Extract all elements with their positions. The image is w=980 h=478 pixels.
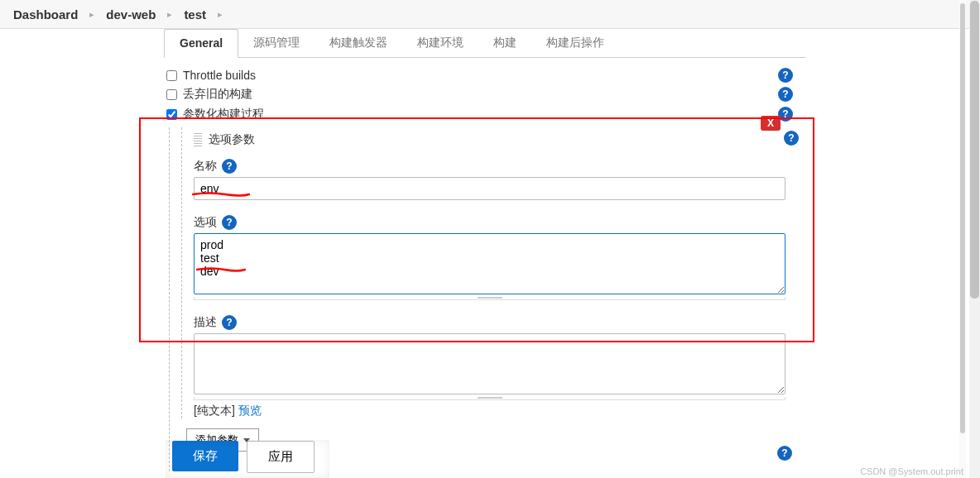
help-icon[interactable]: ? [222, 159, 237, 174]
tab-triggers[interactable]: 构建触发器 [315, 29, 402, 57]
name-label: 名称 [194, 159, 217, 174]
help-icon[interactable]: ? [222, 215, 237, 230]
breadcrumb: Dashboard ▸ dev-web ▸ test ▸ [0, 0, 980, 29]
param-type-title: 选项参数 [209, 132, 255, 147]
save-button[interactable]: 保存 [172, 441, 238, 471]
param-desc-textarea[interactable] [194, 333, 785, 394]
chevron-right-icon: ▸ [218, 9, 223, 20]
help-icon[interactable]: ? [778, 87, 793, 102]
discard-checkbox[interactable] [166, 89, 177, 100]
tab-postbuild[interactable]: 构建后操作 [531, 29, 619, 57]
param-choices-textarea[interactable] [194, 233, 785, 294]
choices-label: 选项 [194, 215, 217, 230]
plaintext-label: [纯文本] [194, 404, 238, 417]
tab-env[interactable]: 构建环境 [402, 29, 478, 57]
throttle-checkbox[interactable] [166, 70, 177, 81]
config-tabs: General 源码管理 构建触发器 构建环境 构建 构建后操作 [164, 29, 805, 58]
crumb-dashboard[interactable]: Dashboard [13, 7, 78, 22]
tab-scm[interactable]: 源码管理 [238, 29, 315, 57]
help-icon[interactable]: ? [778, 68, 793, 83]
chevron-right-icon: ▸ [167, 9, 172, 20]
discard-label[interactable]: 丢弃旧的构建 [183, 87, 252, 102]
scrollbar-thumb[interactable] [970, 1, 979, 299]
chevron-right-icon: ▸ [89, 9, 94, 20]
crumb-devweb[interactable]: dev-web [106, 7, 156, 22]
resize-handle[interactable] [194, 397, 785, 400]
param-name-input[interactable] [194, 177, 785, 200]
apply-button[interactable]: 应用 [247, 441, 315, 473]
watermark: CSDN @System.out.print [860, 466, 963, 476]
crumb-test[interactable]: test [184, 7, 206, 22]
parameterize-checkbox[interactable] [166, 109, 177, 120]
parameterize-label[interactable]: 参数化构建过程 [183, 107, 264, 122]
scrollbar-thumb[interactable] [960, 3, 965, 433]
preview-link[interactable]: 预览 [238, 404, 262, 417]
resize-handle[interactable] [194, 297, 785, 300]
help-icon[interactable]: ? [777, 446, 792, 461]
tab-build[interactable]: 构建 [478, 29, 531, 57]
tab-general[interactable]: General [164, 29, 238, 58]
desc-label: 描述 [194, 315, 217, 330]
footer-bar: 保存 应用 ? [164, 431, 805, 478]
help-icon[interactable]: ? [222, 315, 237, 330]
throttle-label[interactable]: Throttle builds [183, 69, 256, 82]
drag-handle-icon[interactable] [194, 133, 202, 146]
